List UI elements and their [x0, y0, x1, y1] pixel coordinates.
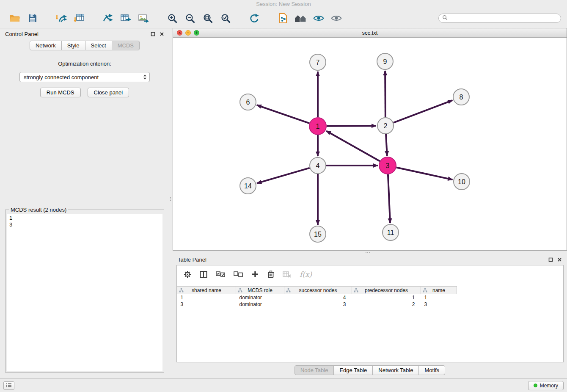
- table-settings-gear-icon[interactable]: [184, 271, 191, 278]
- table-tab-network-table[interactable]: Network Table: [372, 365, 419, 375]
- graph-edge-4-14[interactable]: [257, 168, 310, 183]
- run-mcds-button[interactable]: Run MCDS: [40, 88, 81, 97]
- graph-node-8[interactable]: 8: [453, 89, 469, 105]
- export-table-icon: [120, 13, 131, 23]
- graph-edge-3-10[interactable]: [396, 167, 453, 179]
- vertical-splitter[interactable]: [169, 28, 173, 378]
- zoom-fit-icon: [203, 13, 213, 23]
- node-table: shared nameMCDS rolesuccessor nodesprede…: [177, 286, 563, 308]
- select-all-rows-icon[interactable]: [216, 271, 225, 277]
- table-row[interactable]: 3dominator323: [177, 301, 564, 308]
- export-image-button[interactable]: [135, 11, 152, 25]
- table-tab-node-table[interactable]: Node Table: [295, 365, 334, 375]
- save-session-button[interactable]: [24, 11, 41, 25]
- control-panel-tabs: NetworkStyleSelectMCDS: [0, 41, 169, 50]
- optimization-criterion-dropdown[interactable]: strongly connected component: [19, 72, 150, 82]
- tab-network[interactable]: Network: [30, 41, 62, 50]
- open-session-button[interactable]: [6, 11, 24, 25]
- window-close-button[interactable]: ×: [177, 30, 182, 36]
- graph-node-4[interactable]: 4: [310, 157, 326, 174]
- window-zoom-button[interactable]: +: [194, 30, 199, 36]
- column-header-name[interactable]: name: [421, 287, 457, 294]
- close-panel-button[interactable]: Close panel: [88, 88, 129, 97]
- tab-style[interactable]: Style: [61, 41, 85, 50]
- export-network-document-button[interactable]: [274, 11, 292, 25]
- horizontal-splitter[interactable]: [173, 251, 567, 254]
- add-column-icon[interactable]: [251, 271, 259, 278]
- graph-node-label: 3: [386, 162, 390, 169]
- table-cell: 3: [177, 301, 236, 308]
- zoom-selected-button[interactable]: [217, 11, 234, 25]
- graph-node-9[interactable]: 9: [377, 53, 393, 69]
- table-tab-motifs[interactable]: Motifs: [418, 365, 445, 375]
- network-canvas[interactable]: 7968124314101511: [173, 38, 567, 250]
- graph-node-label: 8: [460, 94, 463, 101]
- table-row[interactable]: 1dominator411: [177, 294, 564, 301]
- export-network-button[interactable]: [99, 11, 117, 25]
- zoom-fit-button[interactable]: [199, 11, 217, 25]
- graph-node-7[interactable]: 7: [310, 54, 326, 70]
- export-image-icon: [138, 14, 149, 23]
- graph-edge-3-11[interactable]: [388, 174, 390, 223]
- search-icon: [442, 14, 448, 22]
- graph-node-15[interactable]: 15: [310, 226, 326, 242]
- column-sort-icon: [423, 288, 427, 294]
- graph-node-3[interactable]: 3: [379, 157, 396, 174]
- zoom-in-button[interactable]: [163, 11, 181, 25]
- table-cell-filler: [457, 301, 564, 308]
- graph-edge-1-6[interactable]: [257, 105, 309, 123]
- show-hide-button[interactable]: [328, 11, 345, 25]
- memory-button[interactable]: Memory: [528, 381, 564, 390]
- graph-edge-2-8[interactable]: [394, 100, 453, 123]
- table-panel-header: Table Panel: [173, 254, 567, 265]
- graph-edge-2-3[interactable]: [386, 134, 387, 156]
- mcds-result-legend: MCDS result (2 nodes): [9, 207, 68, 213]
- table-cell: 1: [421, 294, 457, 301]
- export-table-button[interactable]: [117, 11, 135, 25]
- zoom-out-icon: [185, 13, 195, 23]
- graph-node-10[interactable]: 10: [454, 174, 470, 190]
- graph-edge-1-2[interactable]: [327, 126, 376, 126]
- column-header-label: successor nodes: [299, 287, 337, 293]
- column-header-label: name: [432, 287, 445, 293]
- network-window-title-bar: × − + scc.txt: [173, 28, 567, 38]
- task-history-button[interactable]: [3, 381, 14, 390]
- column-header-successor-nodes[interactable]: successor nodes: [284, 287, 352, 294]
- graph-node-label: 2: [384, 122, 388, 130]
- graph-node-14[interactable]: 14: [240, 178, 256, 194]
- close-panel-icon[interactable]: [160, 32, 164, 36]
- graph-node-label: 1: [316, 123, 320, 130]
- table-tab-edge-table[interactable]: Edge Table: [333, 365, 373, 375]
- graph-node-11[interactable]: 11: [383, 224, 399, 240]
- search-input[interactable]: [450, 15, 557, 22]
- toggle-graphics-details-button[interactable]: [310, 11, 328, 25]
- column-chooser-icon[interactable]: [200, 271, 207, 278]
- import-table-button[interactable]: [70, 11, 88, 25]
- refresh-layout-button[interactable]: [245, 11, 263, 25]
- tab-mcds[interactable]: MCDS: [112, 41, 140, 50]
- delete-selected-icon[interactable]: [267, 271, 274, 278]
- column-header-mcds-role[interactable]: MCDS role: [236, 287, 284, 294]
- home-neighborhood-button[interactable]: [292, 11, 310, 25]
- column-sort-icon: [238, 288, 242, 294]
- deselect-all-rows-icon[interactable]: [234, 271, 243, 277]
- close-panel-icon[interactable]: [557, 257, 562, 262]
- graph-edge-3-1[interactable]: [326, 131, 380, 161]
- function-builder-button[interactable]: f(x): [300, 270, 312, 279]
- import-network-button[interactable]: [52, 11, 70, 25]
- mcds-result-item[interactable]: 3: [9, 221, 160, 228]
- graph-node-1[interactable]: 1: [309, 118, 326, 135]
- mcds-result-list[interactable]: 13: [7, 214, 162, 371]
- column-header-shared-name[interactable]: shared name: [177, 287, 236, 294]
- graph-node-2[interactable]: 2: [377, 118, 394, 134]
- delete-table-icon[interactable]: [283, 271, 291, 278]
- float-window-icon[interactable]: [548, 257, 553, 262]
- mcds-result-item[interactable]: 1: [9, 215, 160, 221]
- graph-node-6[interactable]: 6: [240, 94, 256, 110]
- tab-select[interactable]: Select: [85, 41, 112, 50]
- window-minimize-button[interactable]: −: [185, 30, 191, 36]
- zoom-out-button[interactable]: [181, 11, 199, 25]
- column-header-predecessor-nodes[interactable]: predecessor nodes: [352, 287, 421, 294]
- float-window-icon[interactable]: [151, 32, 155, 36]
- graph-edge-2-9[interactable]: [385, 71, 385, 117]
